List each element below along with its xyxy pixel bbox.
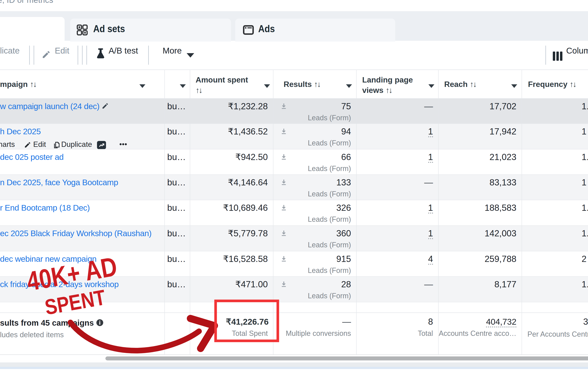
svg-text:40K+ AD: 40K+ AD [24, 251, 119, 297]
